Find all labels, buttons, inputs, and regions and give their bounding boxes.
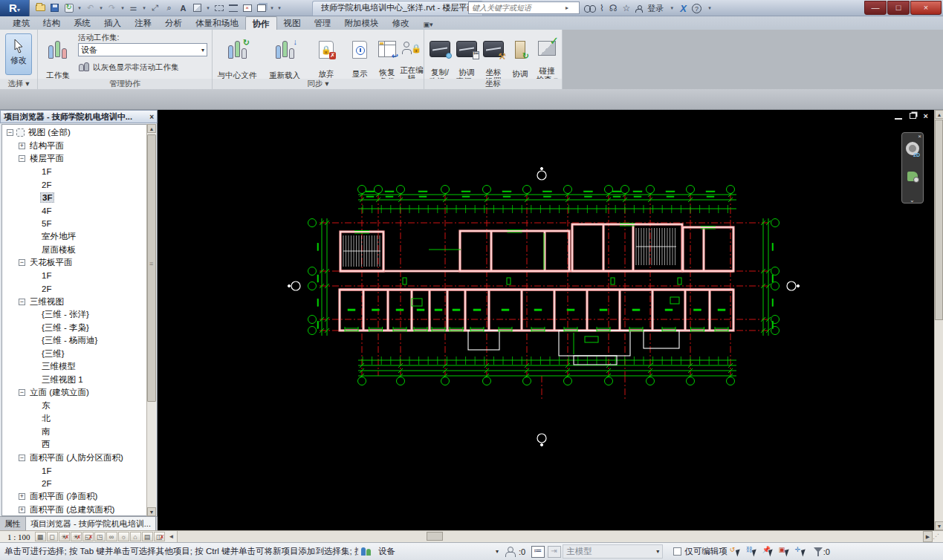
tree-item-24[interactable]: 西 (2, 438, 146, 452)
active-design-option-select[interactable]: 主模型 ▾ (563, 544, 663, 559)
help-icon[interactable]: ? (692, 4, 701, 13)
subscription-icon[interactable]: ⌇ (600, 3, 604, 13)
tree-item-5[interactable]: 3F (2, 192, 146, 205)
thin-lines-icon[interactable] (227, 1, 239, 14)
gray-inactive-worksets-button[interactable]: 以灰色显示非活动工作集 (78, 62, 179, 73)
tree-item-15[interactable]: {三维 - 李枭} (2, 322, 146, 335)
filter-icon[interactable] (814, 547, 823, 556)
3d-view-dropdown-icon[interactable]: ▾ (205, 5, 211, 11)
ribbon-tab-2[interactable]: 系统 (67, 16, 97, 30)
exchange-apps-icon[interactable]: X (680, 3, 687, 14)
infocenter-search[interactable]: ▸ (468, 1, 580, 14)
tree-item-11[interactable]: 1F (2, 270, 146, 283)
restore-backup-button[interactable]: ↩ 恢复 备份 (376, 32, 398, 85)
measure-dropdown-icon[interactable]: ▾ (141, 5, 147, 11)
ribbon-tab-3[interactable]: 插入 (97, 16, 128, 30)
ribbon-tab-7[interactable]: 协作 (245, 16, 277, 30)
zoom-tool-icon[interactable] (907, 172, 918, 181)
vertical-scrollbar[interactable]: ▲ ▼ (934, 110, 943, 530)
worksets-status-icon[interactable] (360, 546, 373, 558)
tree-item-6[interactable]: 4F (2, 204, 146, 218)
detail-level-icon[interactable]: ▦ (35, 532, 46, 541)
scroll-up-icon[interactable]: ▲ (147, 124, 156, 133)
interference-check-button[interactable]: ✓ 碰撞 检查 ▾ (534, 32, 560, 84)
tree-item-0[interactable]: −视图 (全部) (2, 126, 146, 140)
measure-icon[interactable]: ⚌ (127, 1, 140, 14)
ribbon-tab-9[interactable]: 管理 (308, 16, 338, 30)
tree-item-25[interactable]: −面积平面 (人防分区面积) (2, 452, 146, 465)
tree-item-16[interactable]: {三维 - 杨雨迪} (2, 334, 146, 348)
viewbar-collapse-icon[interactable]: ◄ (169, 533, 175, 540)
search-binoculars-icon[interactable] (584, 5, 594, 12)
press-drag-toggle-icon[interactable]: ↺ (728, 545, 743, 558)
signin-button[interactable]: 登录 (647, 3, 664, 14)
sun-path-icon[interactable]: ☀ (59, 532, 70, 541)
view-minimize-icon[interactable] (895, 118, 902, 120)
active-workset-select[interactable]: 设备 ▾ (78, 43, 207, 56)
ribbon-tab-1[interactable]: 结构 (36, 16, 67, 30)
ribbon-tab-10[interactable]: 附加模块 (338, 16, 386, 30)
sync-panel-label[interactable]: 同步 ▾ (213, 79, 424, 89)
tree-scrollbar[interactable]: ▲ ▼ (146, 124, 156, 516)
expand-icon[interactable]: + (19, 493, 25, 500)
ribbon-tab-11[interactable]: 修改 (386, 16, 416, 30)
tree-item-22[interactable]: 北 (2, 412, 146, 426)
select-panel-label[interactable]: 选择 ▾ (0, 79, 37, 89)
editing-requests-status-icon[interactable] (504, 546, 517, 558)
hide-analytical-model-icon[interactable]: ◫ (154, 532, 165, 541)
tree-item-8[interactable]: 室外地坪 (2, 230, 146, 244)
tree-item-12[interactable]: 2F (2, 282, 146, 296)
active-workset-status-select[interactable]: 设备 ▾ (375, 544, 502, 559)
maximize-button[interactable]: □ (887, 1, 910, 15)
expand-icon[interactable]: + (19, 143, 25, 149)
select-pinned-toggle-icon[interactable]: 📌 (761, 545, 776, 558)
visual-style-icon[interactable]: ◻ (47, 532, 58, 541)
ribbon-tab-8[interactable]: 视图 (277, 16, 308, 30)
signin-person-icon[interactable] (635, 5, 642, 12)
tree-item-10[interactable]: −天花板平面 (2, 256, 146, 270)
copy-monitor-button[interactable]: 复制/ 监视 ▾ (427, 32, 453, 85)
coordination-review-button[interactable]: ≔ 协调 查阅 ▾ (454, 32, 479, 85)
favorites-star-icon[interactable]: ☆ (623, 3, 631, 13)
view-close-icon[interactable]: × (924, 111, 928, 120)
tab-properties[interactable]: 属性 (0, 517, 26, 530)
tree-item-2[interactable]: −楼层平面 (2, 152, 146, 166)
tree-item-27[interactable]: 2F (2, 478, 146, 491)
tree-item-4[interactable]: 2F (2, 178, 146, 192)
tree-item-18[interactable]: 三维模型 (2, 360, 146, 374)
resize-grip[interactable]: ⋰ (933, 531, 943, 542)
tree-item-7[interactable]: 5F (2, 218, 146, 231)
select-by-face-toggle-icon[interactable]: ▣ (777, 545, 792, 558)
signin-dropdown-icon[interactable]: ▾ (669, 5, 675, 11)
application-menu-button[interactable]: R▾ (0, 0, 30, 16)
save-icon[interactable] (48, 1, 61, 14)
tree-item-29[interactable]: +面积平面 (总建筑面积) (2, 504, 146, 517)
sync-dropdown-icon[interactable]: ▾ (77, 5, 82, 11)
collapse-icon[interactable]: − (19, 455, 25, 461)
undo-dropdown-icon[interactable]: ▾ (98, 5, 104, 11)
switch-windows-icon[interactable] (255, 1, 268, 14)
worksets-button[interactable]: 工作集 (42, 32, 74, 79)
ribbon-tab-0[interactable]: 建筑 (6, 16, 36, 30)
redo-icon[interactable]: ↷ (106, 1, 118, 14)
scroll-down-icon[interactable]: ▼ (147, 507, 156, 516)
tab-project-browser[interactable]: 项目浏览器 - 技师学院机电培训... (26, 517, 156, 530)
tree-scrollbar-thumb[interactable] (147, 134, 156, 402)
customize-qat-icon[interactable]: ▾ (276, 5, 282, 11)
close-button[interactable]: × (910, 1, 942, 15)
scroll-down-icon[interactable]: ▼ (935, 521, 943, 530)
tree-item-19[interactable]: 三维视图 1 (2, 374, 146, 387)
view-scale-button[interactable]: 1 : 100 (0, 533, 35, 541)
temporary-view-properties-icon[interactable]: ▤ (142, 532, 153, 541)
drag-elements-toggle-icon[interactable]: ✛ (794, 545, 808, 558)
collapse-icon[interactable]: − (7, 129, 13, 136)
collapse-icon[interactable]: − (19, 259, 25, 266)
aligned-dimension-icon[interactable]: ⤢ (149, 1, 161, 14)
show-crop-region-icon[interactable]: ◳ (94, 532, 106, 541)
minimize-button[interactable]: — (864, 1, 887, 15)
tree-item-21[interactable]: 东 (2, 400, 146, 413)
navbar-more-icon[interactable]: ⌄ (910, 197, 915, 204)
collapse-icon[interactable]: − (19, 299, 25, 305)
ribbon-display-toggle-icon[interactable]: ▣▾ (421, 19, 436, 30)
scroll-right-icon[interactable]: ▶ (923, 531, 933, 542)
